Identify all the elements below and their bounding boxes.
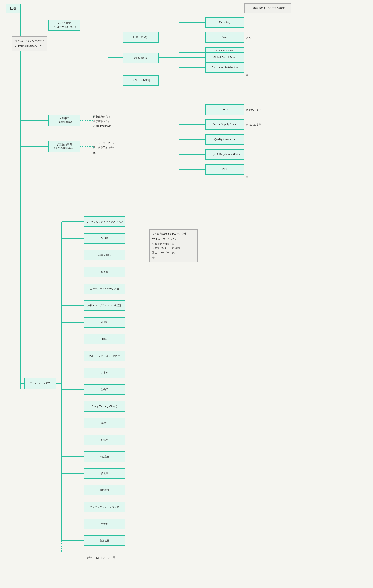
corp-dept-16-box: IR広報部 <box>84 485 125 495</box>
president-box: 社 長 <box>6 4 21 13</box>
corp-dept-3-box: 秘書室 <box>84 267 125 277</box>
food-sub1: テーブルマーク（株） <box>93 141 117 145</box>
corp-dept-5-box: 法務・コンプライアンス統括部 <box>84 300 125 311</box>
corporate-box: コーポレート部門 <box>24 378 56 389</box>
corp-dept-2-box: 経営企画部 <box>84 250 125 260</box>
corp-dept-10-box: 労働部 <box>84 384 125 395</box>
corp-dept-13-box: 税務室 <box>84 435 125 445</box>
food-box: 加工食品事業（食品事業企画室） <box>49 141 80 152</box>
consumer-sat-box: Consumer Satisfaction <box>205 62 244 73</box>
domestic-group-box: 日本国内におけるグループ会社 TSネットワーク（株） ジェイティ物流（株） 日本… <box>149 230 198 262</box>
corp-dept-12-box: 経理部 <box>84 418 125 428</box>
corp-dept-0-box: サステナビリティマネジメント部 <box>84 216 125 227</box>
pharma-sub3: Akros Pharma Inc. <box>93 125 113 127</box>
shisha-label: 支社 <box>246 36 251 39</box>
corp-dept-1-box: D-LAB <box>84 233 125 244</box>
corp-dept-6-box: 総務部 <box>84 317 125 328</box>
corp-dept-4-box: コーポレートガバナンス部 <box>84 284 125 294</box>
other-market-box: その他（市場） <box>123 53 158 63</box>
nado2-label: 等 <box>246 175 248 179</box>
corp-dept-18-box: 監査部 <box>84 519 125 529</box>
overseas-group-box: 海外におけるグループ会社 JT International S.A. 等 <box>12 36 47 51</box>
corp-dept-14-box: 不動産室 <box>84 452 125 462</box>
sales-box: Sales <box>205 32 244 42</box>
global-function-box: グローバル機能 <box>123 75 158 86</box>
rd-box: R&D <box>205 105 244 115</box>
corp-dept-15-box: 調達室 <box>84 468 125 479</box>
pharma-sub1: 医薬総合研究所 <box>93 115 110 118</box>
marketing-box: Marketing <box>205 17 244 28</box>
corp-dept-19-box: 監査役室 <box>84 536 125 546</box>
tobacco-business-box: たばこ事業（グローバルたばこ） <box>49 20 80 31</box>
corp-dept-11-box: Group Treasury (Tokyo) <box>84 401 125 411</box>
corp-dept-9-box: 人事部 <box>84 368 125 378</box>
qa-box: Quality Assurance <box>205 134 244 145</box>
pharma-box: 医薬事業（医薬事業部） <box>49 115 80 126</box>
food-nado: 等 <box>93 151 96 155</box>
corp-dept-7-box: IT部 <box>84 334 125 344</box>
corp-dept-17-box: パブリックリレーション部 <box>84 502 125 512</box>
corp-dept-8-box: グループテクノロジー戦略室 <box>84 351 125 361</box>
tabako-koji-label: たばこ工場 等 <box>246 123 261 126</box>
rrp-box: RRP <box>205 164 244 175</box>
travel-retail-box: Global Travel Retail <box>205 52 244 63</box>
footer-note: （株）JTビジネスコム 等 <box>86 556 115 559</box>
supply-chain-box: Global Supply Chain <box>205 119 244 130</box>
japan-market-box: 日本（市場） <box>123 32 158 42</box>
pharma-sub2: 鳥居薬品（株） <box>93 120 110 123</box>
nado1-label: 等 <box>246 74 248 77</box>
food-sub2: 富士食品工業（株） <box>93 146 115 149</box>
header-title-box: 日本国内における主要な機能 <box>244 3 291 13</box>
kenkyusho-label: 研究所/センター <box>246 108 264 112</box>
legal-box: Legal & Regulatory Affairs <box>205 149 244 160</box>
